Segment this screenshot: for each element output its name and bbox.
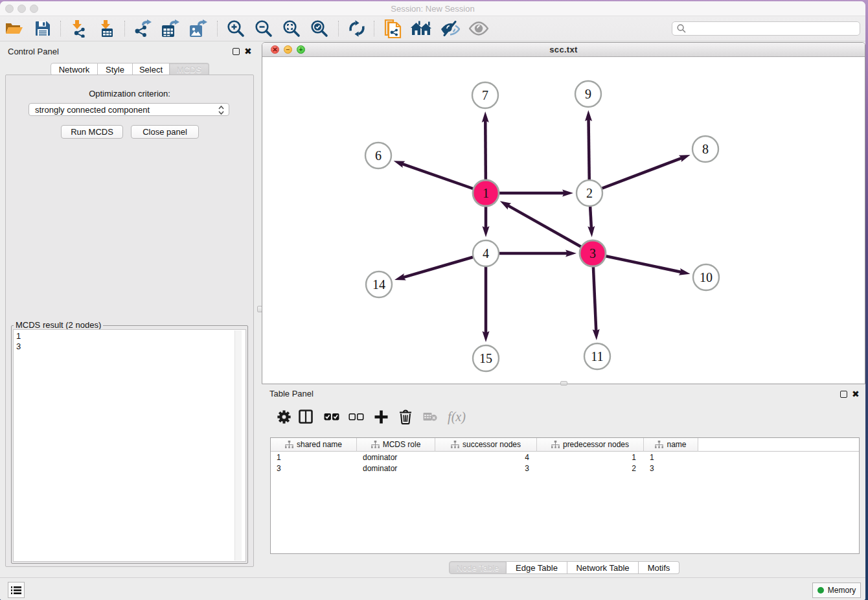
column-header-name[interactable]: name [644, 438, 698, 452]
network-window-title: scc.txt [262, 45, 865, 54]
memory-label: Memory [828, 586, 856, 595]
tab-network[interactable]: Network [51, 63, 98, 76]
column-header-successor-nodes[interactable]: successor nodes [435, 438, 537, 452]
criterion-select[interactable]: strongly connected component [29, 103, 229, 116]
tab-edge-table[interactable]: Edge Table [507, 561, 567, 574]
export-table-button[interactable] [160, 18, 181, 39]
apply-layout-button[interactable] [347, 18, 367, 39]
table-cell[interactable]: 1 [271, 452, 357, 463]
open-session-button[interactable] [4, 18, 25, 39]
control-panel-title: Control Panel [8, 47, 59, 56]
unchecked-boxes-icon [348, 412, 364, 422]
close-panel-button[interactable]: Close panel [131, 125, 199, 139]
export-network-button[interactable] [133, 18, 154, 39]
table-cell[interactable]: dominator [357, 463, 435, 474]
select-all-columns-button[interactable] [319, 412, 344, 422]
zoom-fit-button[interactable] [282, 18, 301, 39]
table-cell[interactable]: 3 [644, 463, 698, 474]
table-row-2[interactable]: 3dominator323 [271, 463, 859, 474]
tab-style[interactable]: Style [98, 63, 133, 76]
tab-select[interactable]: Select [133, 63, 170, 76]
column-header-shared-name[interactable]: shared name [271, 438, 357, 452]
eye-slash-icon [440, 21, 460, 37]
import-table-button[interactable] [97, 18, 117, 39]
zoom-in-button[interactable] [226, 18, 246, 39]
function-builder-button[interactable]: f(x) [442, 410, 471, 424]
table-panel-float-button[interactable] [840, 391, 847, 398]
table-cell[interactable]: 2 [537, 463, 644, 474]
column-tree-icon [371, 441, 380, 448]
tab-node-table[interactable]: Node Table [449, 561, 507, 574]
graph-edge-arrowhead [483, 226, 490, 237]
import-network-button[interactable] [69, 18, 88, 39]
checked-boxes-icon [324, 412, 339, 422]
folder-open-icon [5, 20, 24, 37]
search-input[interactable] [672, 21, 860, 36]
graph-node-label-14: 14 [372, 277, 385, 292]
run-mcds-button[interactable]: Run MCDS [61, 125, 123, 139]
table-tabs: Node Table Edge Table Network Table Moti… [449, 561, 680, 574]
graph-node-label-1: 1 [483, 186, 489, 200]
gear-icon [277, 410, 291, 424]
table-panel-close-button[interactable]: ✖ [852, 391, 860, 398]
show-column-panel-button[interactable] [293, 410, 319, 424]
graph-edge-arrowhead [483, 331, 490, 342]
column-header-filler [698, 438, 859, 452]
export-image-button[interactable] [188, 18, 209, 39]
mcds-result-scrollbar[interactable] [234, 330, 242, 560]
float-icon [840, 391, 847, 398]
graph-edge-arrowhead [562, 190, 573, 197]
delete-table-button[interactable] [418, 412, 442, 421]
create-column-button[interactable] [369, 410, 393, 424]
control-panel: Control Panel ✖ Network Style Select MCD… [0, 41, 257, 577]
delete-columns-button[interactable] [393, 410, 418, 424]
zoom-selected-button[interactable] [310, 18, 329, 39]
tab-network-table[interactable]: Network Table [567, 561, 639, 574]
columns-icon [299, 410, 313, 424]
table-cell[interactable]: 3 [271, 463, 357, 474]
show-welcome-button[interactable] [410, 18, 432, 39]
import-table-icon [98, 19, 116, 38]
list-icon [11, 586, 21, 595]
table-cell[interactable]: 1 [644, 452, 698, 463]
status-bar: Memory [0, 577, 865, 600]
column-header-predecessor-nodes[interactable]: predecessor nodes [537, 438, 644, 452]
table-panel: Table Panel ✖ f(x) shared nameMCDS roles… [262, 387, 865, 577]
mcds-result-list[interactable]: 1 3 [13, 329, 246, 562]
table-row-1[interactable]: 1dominator411 [271, 452, 859, 463]
graph-node-label-8: 8 [702, 142, 709, 156]
optimization-criterion-label: Optimization criterion: [5, 89, 254, 98]
node-table: shared nameMCDS rolesuccessor nodesprede… [270, 437, 860, 554]
table-cell[interactable]: 4 [435, 452, 537, 463]
memory-button[interactable]: Memory [812, 583, 861, 598]
column-tree-icon [285, 441, 293, 448]
horizontal-splitter-grip[interactable] [560, 381, 567, 386]
graph-edge-2-8[interactable] [589, 158, 682, 193]
table-options-button[interactable] [275, 410, 293, 424]
clone-network-button[interactable] [383, 18, 402, 39]
column-header-MCDS-role[interactable]: MCDS role [357, 438, 435, 452]
table-cell[interactable]: 3 [435, 463, 537, 474]
close-icon: ✖ [852, 389, 860, 399]
hide-details-button[interactable] [439, 18, 460, 39]
zoom-out-button[interactable] [254, 18, 273, 39]
control-panel-float-button[interactable] [233, 48, 240, 55]
show-details-button[interactable] [468, 18, 489, 39]
export-network-icon [133, 19, 153, 38]
network-window-titlebar[interactable]: ✕ − + scc.txt [262, 43, 865, 57]
graph-edge-arrowhead [585, 110, 592, 121]
tab-mcds[interactable]: MCDS [170, 63, 209, 76]
export-table-icon [161, 19, 180, 38]
main-toolbar [0, 16, 865, 41]
save-session-button[interactable] [34, 18, 52, 39]
task-history-button[interactable] [8, 582, 25, 598]
control-panel-close-button[interactable]: ✖ [244, 48, 252, 55]
select-arrows-icon [218, 106, 224, 115]
table-cell[interactable]: dominator [357, 452, 435, 463]
network-view-window: ✕ − + scc.txt 7968124314101511 [262, 42, 865, 384]
table-cell[interactable]: 1 [537, 452, 644, 463]
unselect-all-columns-button[interactable] [344, 412, 369, 422]
network-canvas[interactable]: 7968124314101511 [262, 57, 865, 384]
tab-motifs[interactable]: Motifs [639, 561, 680, 574]
graph-edge-3-1[interactable] [508, 205, 593, 253]
